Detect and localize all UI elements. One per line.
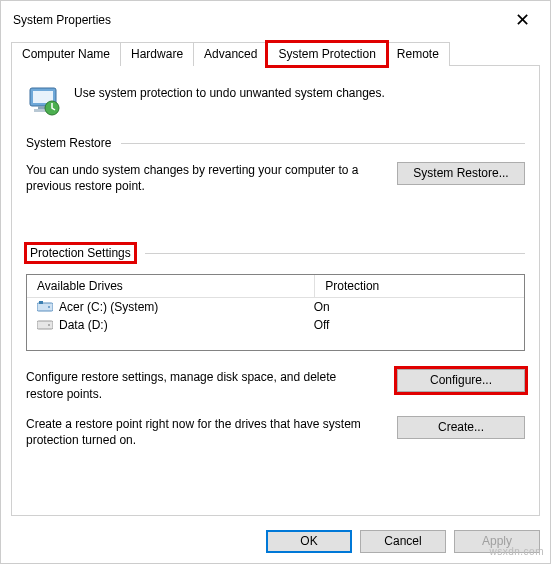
system-restore-button[interactable]: System Restore...: [397, 162, 525, 185]
section-label-protection-settings: Protection Settings: [26, 244, 135, 262]
table-row[interactable]: Acer (C:) (System) On: [27, 298, 524, 316]
configure-desc: Configure restore settings, manage disk …: [26, 369, 361, 401]
col-protection[interactable]: Protection: [315, 275, 524, 297]
divider: [145, 253, 525, 254]
content-area: Computer Name Hardware Advanced System P…: [1, 35, 550, 516]
create-row: Create a restore point right now for the…: [26, 416, 525, 448]
create-button[interactable]: Create...: [397, 416, 525, 439]
system-restore-row: You can undo system changes by reverting…: [26, 162, 525, 194]
divider: [121, 143, 525, 144]
watermark: wsxdn.com: [489, 546, 544, 557]
drives-table-body: Acer (C:) (System) On Data (D:) Off: [27, 298, 524, 350]
svg-rect-6: [39, 301, 43, 304]
tab-computer-name[interactable]: Computer Name: [11, 42, 121, 66]
svg-rect-8: [37, 321, 53, 329]
svg-point-7: [48, 306, 50, 308]
system-restore-icon: [26, 82, 62, 118]
svg-rect-5: [37, 303, 53, 311]
system-properties-window: System Properties ✕ Computer Name Hardwa…: [0, 0, 551, 564]
col-available-drives[interactable]: Available Drives: [27, 275, 315, 297]
drive-icon: [37, 319, 53, 331]
cancel-button[interactable]: Cancel: [360, 530, 446, 553]
drives-table-header: Available Drives Protection: [27, 275, 524, 298]
tab-panel-system-protection: Use system protection to undo unwanted s…: [11, 66, 540, 516]
tab-remote[interactable]: Remote: [386, 42, 450, 66]
drive-name: Data (D:): [59, 318, 108, 332]
close-icon[interactable]: ✕: [507, 9, 538, 31]
create-desc: Create a restore point right now for the…: [26, 416, 361, 448]
configure-row: Configure restore settings, manage disk …: [26, 369, 525, 401]
tab-hardware[interactable]: Hardware: [120, 42, 194, 66]
intro-text: Use system protection to undo unwanted s…: [74, 82, 385, 100]
tabstrip: Computer Name Hardware Advanced System P…: [11, 41, 540, 66]
drive-icon: [37, 301, 53, 313]
section-system-restore: System Restore: [26, 136, 525, 150]
tab-system-protection[interactable]: System Protection: [267, 42, 386, 66]
drives-table: Available Drives Protection Acer (C:) (S…: [26, 274, 525, 351]
section-protection-settings: Protection Settings: [26, 244, 525, 262]
drive-protection: Off: [314, 318, 514, 332]
configure-button[interactable]: Configure...: [397, 369, 525, 392]
tab-advanced[interactable]: Advanced: [193, 42, 268, 66]
ok-button[interactable]: OK: [266, 530, 352, 553]
table-row[interactable]: Data (D:) Off: [27, 316, 524, 334]
svg-point-9: [48, 324, 50, 326]
titlebar: System Properties ✕: [1, 1, 550, 35]
intro-row: Use system protection to undo unwanted s…: [26, 82, 525, 118]
window-title: System Properties: [13, 13, 111, 27]
system-restore-desc: You can undo system changes by reverting…: [26, 162, 361, 194]
dialog-footer: OK Cancel Apply: [1, 522, 550, 563]
section-label-system-restore: System Restore: [26, 136, 111, 150]
drive-name: Acer (C:) (System): [59, 300, 158, 314]
drive-protection: On: [314, 300, 514, 314]
